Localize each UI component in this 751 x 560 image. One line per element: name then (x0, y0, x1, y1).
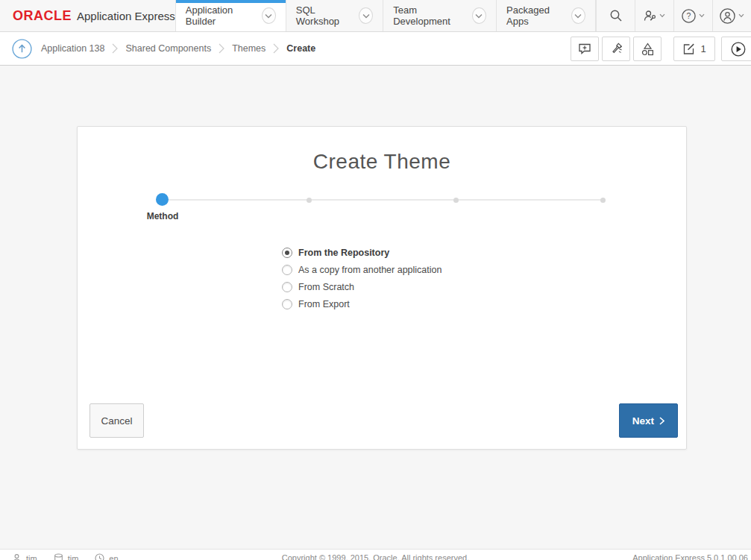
wizard-step-label: Method (133, 211, 192, 221)
help-icon: ? (682, 9, 696, 23)
arrow-up-circle-icon (12, 39, 32, 59)
chevron-down-icon[interactable] (262, 7, 276, 24)
flashlight-icon (609, 43, 623, 56)
oracle-logo: ORACLE Application Express (0, 0, 175, 31)
tab-label: SQL Workshop (296, 4, 352, 27)
edit-page-button[interactable]: 1 (673, 37, 715, 61)
cancel-button[interactable]: Cancel (89, 403, 144, 438)
radio-option-from-repository[interactable]: From the Repository (282, 246, 442, 259)
up-level-button[interactable] (12, 39, 32, 59)
tab-label: Application Builder (186, 4, 255, 27)
oracle-brand: ORACLE (13, 8, 72, 24)
run-icon (731, 42, 746, 57)
tab-team-development[interactable]: Team Development (383, 0, 497, 31)
search-button[interactable] (596, 0, 635, 31)
svg-text:?: ? (687, 11, 691, 20)
tab-sql-workshop[interactable]: SQL Workshop (286, 0, 383, 31)
feedback-button[interactable] (571, 37, 599, 61)
next-button-label: Next (632, 415, 654, 427)
tab-packaged-apps[interactable]: Packaged Apps (497, 0, 596, 31)
next-button[interactable]: Next (619, 403, 678, 438)
radio-option-label: From the Repository (298, 248, 389, 258)
administration-icon (644, 10, 656, 22)
administration-menu-button[interactable] (635, 0, 673, 31)
page-title: Create Theme (78, 150, 686, 174)
top-navigation-bar: ORACLE Application Express Application B… (0, 0, 751, 32)
footer-version: Application Express 5.0.1.00.06 (632, 553, 748, 560)
radio-option-from-scratch[interactable]: From Scratch (282, 280, 442, 293)
chevron-down-icon[interactable] (359, 7, 373, 24)
radio-button-icon[interactable] (282, 265, 292, 275)
radio-option-label: From Scratch (298, 282, 354, 292)
feedback-icon (578, 43, 592, 55)
chevron-right-icon (273, 43, 279, 54)
edit-page-icon (682, 43, 696, 55)
search-icon (609, 9, 623, 22)
chevron-down-icon (738, 13, 744, 18)
radio-button-icon[interactable] (282, 282, 292, 292)
radio-option-from-export[interactable]: From Export (282, 298, 442, 310)
run-application-button[interactable] (721, 37, 751, 61)
theme-roller-button[interactable] (602, 37, 630, 61)
radio-option-label: As a copy from another application (298, 265, 442, 275)
chevron-down-icon[interactable] (571, 7, 585, 24)
header-utility-icons: ? (596, 0, 751, 31)
chevron-right-icon (219, 43, 224, 54)
breadcrumb-shared-components[interactable]: Shared Components (125, 43, 211, 54)
wizard-step-dot (453, 198, 459, 203)
breadcrumb: Application 138 Shared Components Themes… (41, 43, 315, 54)
tab-label: Packaged Apps (506, 4, 565, 27)
chevron-right-icon (659, 417, 664, 425)
wizard-step-current-dot (156, 193, 169, 206)
create-theme-wizard-card: Create Theme Method From the Repository … (77, 126, 687, 450)
tab-application-builder[interactable]: Application Builder (175, 0, 286, 31)
method-radio-group: From the Repository As a copy from anoth… (282, 246, 442, 315)
main-tabs: Application Builder SQL Workshop Team De… (175, 0, 596, 31)
edit-page-number: 1 (700, 43, 706, 54)
chevron-down-icon (659, 13, 665, 18)
breadcrumb-create: Create (286, 43, 315, 54)
product-name: Application Express (77, 10, 175, 22)
radio-button-icon[interactable] (282, 248, 292, 258)
wizard-step-dot (307, 198, 312, 203)
chevron-down-icon[interactable] (472, 7, 486, 24)
account-menu-button[interactable] (712, 0, 751, 31)
breadcrumb-application[interactable]: Application 138 (41, 43, 104, 54)
radio-button-icon[interactable] (282, 299, 292, 309)
page-toolbar: 1 (568, 37, 751, 61)
chevron-down-icon (699, 13, 705, 18)
chevron-right-icon (112, 43, 118, 54)
tab-label: Team Development (393, 4, 465, 27)
wizard-progress-line (163, 199, 603, 201)
wizard-step-dot (600, 198, 606, 203)
breadcrumb-bar: Application 138 Shared Components Themes… (0, 32, 751, 66)
radio-option-copy-from-application[interactable]: As a copy from another application (282, 263, 442, 276)
breadcrumb-themes[interactable]: Themes (232, 43, 265, 54)
page-footer: tim tim en Copyright © 1999, 2015, Oracl… (0, 549, 751, 560)
help-menu-button[interactable]: ? (673, 0, 712, 31)
shared-components-button[interactable] (633, 37, 662, 61)
account-icon (720, 8, 735, 24)
shared-components-icon (641, 43, 655, 56)
radio-option-label: From Export (298, 299, 350, 309)
